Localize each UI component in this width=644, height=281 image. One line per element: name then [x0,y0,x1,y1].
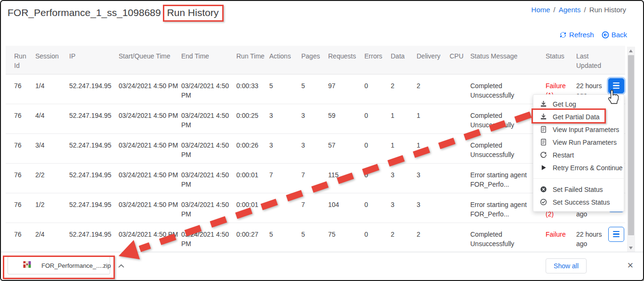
cell-session: 2/2 [35,163,69,193]
table-row: 76 4/4 52.247.194.95 03/24/2021 4:50 PM … [6,104,625,133]
cell-ip: 52.247.194.95 [69,193,119,223]
scrollbar-thumb[interactable] [628,55,634,235]
back-circle-icon [602,31,609,39]
menu-item-set-success-status[interactable]: Set Success Status [533,196,624,208]
menu-item-label: Retry Errors & Continue [553,164,623,172]
document-icon [540,139,547,146]
breadcrumb-agents-link[interactable]: Agents [559,6,581,14]
col-run-time: Run Time [236,46,269,74]
cell-delivery: 1 [417,104,450,133]
cell-requests: 75 [328,223,364,252]
cell-ip: 52.247.194.95 [69,163,119,193]
cell-end-time: 03/24/2021 4:50 PM [181,163,236,193]
menu-item-label: Set Failed Status [553,186,603,193]
table-scrollbar[interactable] [627,47,635,252]
page-title-agent-name: FOR_Performance_1_ss_1098689 [8,7,161,18]
cell-end-time: 03/24/2021 4:50 PM [181,223,236,252]
breadcrumb-home-link[interactable]: Home [531,6,550,14]
cell-data: 2 [391,223,417,252]
cell-pages: 7 [301,193,328,223]
cell-data: 1 [391,104,417,133]
page-title-run-history: Run History [163,5,224,22]
app-window: FOR_Performance_1_ss_1098689Run History … [0,0,644,281]
cell-run-time: 0:00:01 [236,163,269,193]
cell-actions: 3 [269,133,301,163]
cell-row-actions [608,223,625,252]
cell-requests: 115 [328,163,364,193]
col-row-actions [608,46,625,74]
cell-run-time: 0:00:25 [236,104,269,133]
cell-end-time: 03/24/2021 4:50 PM [181,193,236,223]
cell-start-queue-time: 03/24/2021 4:50 PM [119,104,181,133]
menu-item-get-partial-data[interactable]: Get Partial Data [533,110,624,123]
cell-run-id: 76 [6,133,35,163]
back-button[interactable]: Back [602,31,627,39]
cell-data: 3 [391,193,417,223]
cell-requests: 97 [328,74,364,104]
cell-data: 2 [391,74,417,104]
download-icon [540,113,547,120]
breadcrumb-current: Run History [589,6,626,14]
download-chip[interactable]: FOR_Performance_....zip [8,256,110,274]
cell-run-id: 76 [6,163,35,193]
breadcrumb-separator: / [554,6,555,14]
col-data: Data [391,46,417,74]
cell-last-updated: 22 hours ago [576,223,608,252]
menu-item-label: View Input Parameters [553,126,619,133]
cell-data: 3 [391,163,417,193]
col-status-message: Status Message [470,46,546,74]
show-all-button[interactable]: Show all [546,258,587,273]
row-menu-button[interactable] [608,78,624,93]
refresh-label: Refresh [569,31,594,39]
cell-ip: 52.247.194.95 [69,104,119,133]
cell-run-time: 0:00:01 [236,193,269,223]
table-row: 76 2/2 52.247.194.95 03/24/2021 4:50 PM … [6,163,625,193]
cell-errors: 0 [364,223,391,252]
menu-item-retry-errors-continue[interactable]: Retry Errors & Continue [533,161,624,174]
table-row: 76 1/4 52.247.194.95 03/24/2021 4:50 PM … [6,74,625,104]
cell-start-queue-time: 03/24/2021 4:50 PM [119,163,181,193]
cell-status: Failure [546,223,576,252]
cell-cpu [450,133,470,163]
menu-item-set-failed-status[interactable]: Set Failed Status [533,183,624,196]
download-icon [540,100,547,107]
cell-actions: 5 [269,223,301,252]
close-download-bar-icon[interactable]: × [623,258,637,273]
cell-pages: 3 [301,104,328,133]
cell-run-time: 0:00:26 [236,133,269,163]
hamburger-icon [613,231,620,232]
cell-requests: 59 [328,104,364,133]
play-icon [540,164,547,171]
chevron-up-icon[interactable] [118,261,124,270]
cell-cpu [450,193,470,223]
scroll-up-icon[interactable] [629,50,633,52]
cell-data: 1 [391,133,417,163]
cell-actions: 7 [269,163,301,193]
success-circle-icon [540,198,547,206]
cell-actions: 3 [269,104,301,133]
menu-item-view-run-parameters[interactable]: View Run Parameters [533,136,624,149]
menu-item-restart[interactable]: Restart [533,149,624,161]
scroll-down-icon[interactable] [629,247,633,249]
cell-actions: 5 [269,74,301,104]
row-menu-button[interactable] [608,227,624,242]
cell-actions: 7 [269,193,301,223]
cell-delivery: 3 [417,193,450,223]
col-start-queue-time: Start/Queue Time [119,46,181,74]
hamburger-icon [613,83,620,84]
cell-ip: 52.247.194.95 [69,223,119,252]
back-label: Back [612,31,627,39]
col-last-updated: Last Updated [576,46,608,74]
row-context-menu: Get Log Get Partial Data View Input Para… [533,94,624,212]
cell-run-id: 76 [6,74,35,104]
menu-item-view-input-parameters[interactable]: View Input Parameters [533,123,624,136]
cell-cpu [450,223,470,252]
cell-end-time: 03/24/2021 4:50 PM [181,104,236,133]
cell-session: 1/4 [35,74,69,104]
menu-item-label: Get Log [553,100,576,108]
cell-run-time: 0:00:33 [236,74,269,104]
menu-item-get-log[interactable]: Get Log [533,98,624,110]
refresh-button[interactable]: Refresh [559,31,594,39]
cell-errors: 0 [364,133,391,163]
cell-run-id: 76 [6,104,35,133]
